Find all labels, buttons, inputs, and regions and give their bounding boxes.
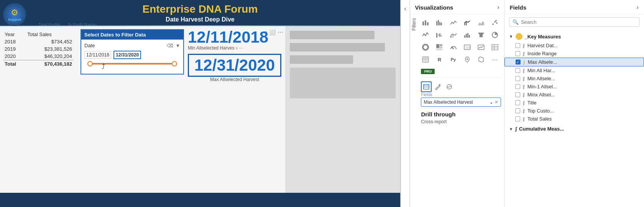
sales-2018: $734,452 — [26, 38, 74, 45]
collapse-left-button[interactable]: ‹ — [404, 5, 406, 12]
inside-range-checkbox[interactable] — [515, 51, 520, 56]
viz-icon-map[interactable] — [462, 54, 473, 65]
viz-icon-ribbon[interactable] — [448, 30, 459, 40]
date-filter-section: ▿ ⬜ ⋯ Select Dates to Filter Data Date ⌫… — [77, 26, 400, 193]
fields-panel-expand-button[interactable]: › — [637, 4, 639, 11]
viz-icon-pie[interactable] — [490, 30, 500, 40]
min-allsele-checkbox[interactable] — [515, 76, 520, 81]
viz-icon-bar-chart[interactable] — [434, 17, 445, 28]
start-date-input[interactable]: 12/11/2018 — [84, 51, 111, 59]
calc-icon-3: ∫ — [523, 60, 526, 65]
support-label: Support — [8, 18, 21, 22]
field-chevron-icon[interactable]: ⌄ — [490, 100, 493, 105]
tree-item-minx-allsel[interactable]: ∫ Minx Allsel... — [504, 91, 644, 99]
sales-2019: $23,381,526 — [26, 45, 74, 53]
slider-thumb-left[interactable] — [87, 61, 93, 66]
svg-rect-20 — [441, 35, 442, 37]
svg-rect-23 — [464, 35, 465, 38]
tree-item-inside-range[interactable]: ∫ Inside Range — [504, 50, 644, 58]
min-all-har-checkbox[interactable] — [515, 68, 520, 73]
analytics-icon-tab[interactable] — [444, 81, 455, 92]
filter-small-icon: ▿ — [236, 46, 238, 50]
viz-icons-grid: 123 R Py ⋯ — [418, 14, 504, 68]
end-date-input[interactable]: 12/31/2020 — [113, 51, 141, 59]
viz-panel-expand-button[interactable]: › — [497, 4, 499, 11]
viz-icon-card[interactable]: 123 — [462, 42, 473, 53]
pro-row: PRO — [418, 68, 504, 76]
key-measures-chevron-icon: ▼ — [509, 34, 513, 39]
tree-item-min-all-har[interactable]: ∫ Min All Har... — [504, 66, 644, 75]
calc-icon-10: ∫ — [522, 117, 525, 121]
tree-item-min-allsele[interactable]: ∫ Min Allsele... — [504, 75, 644, 83]
cursor-icon: ⤴ — [102, 63, 105, 71]
tree-item-total-sales[interactable]: ∫ Total Sales — [504, 115, 644, 123]
svg-rect-22 — [452, 35, 453, 38]
format-icon-tab[interactable] — [432, 81, 443, 92]
max-allsele-label: Max Allsele... — [528, 59, 639, 65]
field-drop-zone[interactable]: Max Allselected Harvest ⌄ ✕ — [421, 98, 501, 107]
slider-thumb-right[interactable] — [172, 61, 177, 66]
visualizations-panel: Visualizations › Filters — [410, 0, 504, 207]
svg-point-15 — [425, 35, 426, 36]
viz-icon-python[interactable]: Py — [448, 54, 459, 65]
big-date-top-label: Min Allselected Harves ▿ ⋯ — [188, 45, 281, 51]
filter-box: Select Dates to Filter Data Date ⌫ ▼ 12/… — [80, 29, 184, 75]
gear-icon: ⚙ — [11, 8, 18, 18]
pro-icon[interactable]: PRO — [421, 69, 435, 74]
header-area: Total Profits % Profit Margin ⚙ Support … — [0, 0, 400, 25]
fields-icon-tab[interactable] — [421, 81, 432, 92]
viz-icon-combo-chart[interactable] — [462, 17, 473, 28]
harvest-dat-label: Harvest Dat... — [527, 43, 639, 48]
viz-icon-donut[interactable] — [420, 42, 431, 53]
tree-item-top-custo[interactable]: ∫ Top Custo... — [504, 107, 644, 115]
minx-allsel-checkbox[interactable] — [515, 92, 520, 97]
viz-icon-gauge[interactable] — [448, 42, 459, 53]
key-measures-section-header[interactable]: ▼ ■ _Key Measures — [504, 31, 644, 41]
fields-panel-header: Fields › — [504, 0, 644, 14]
field-remove-icon[interactable]: ✕ — [495, 99, 498, 105]
viz-icon-kpi[interactable] — [476, 42, 486, 53]
viz-icon-funnel[interactable] — [476, 30, 486, 40]
logo-circle: ⚙ Support — [3, 3, 26, 26]
tree-item-title[interactable]: ∫ Title — [504, 99, 644, 107]
viz-icon-waterfall[interactable] — [434, 30, 445, 40]
eraser-icon[interactable]: ⌫ — [167, 43, 173, 48]
search-box[interactable]: 🔍 — [509, 17, 639, 27]
viz-icon-stacked-bar[interactable] — [420, 17, 431, 28]
viz-icon-line2[interactable] — [420, 30, 431, 40]
viz-icon-line-chart[interactable] — [448, 17, 459, 28]
harvest-dat-checkbox[interactable] — [515, 43, 520, 48]
cumulative-section-header[interactable]: ▼ ∫ Cumulative Meas... — [504, 124, 644, 133]
tree-item-max-allsele[interactable]: ✓ ∫ Max Allsele... — [504, 58, 644, 66]
viz-icon-table[interactable] — [490, 42, 500, 53]
tree-item-min1-allsel[interactable]: ∫ Min-1 Allsel... — [504, 83, 644, 91]
svg-point-49 — [467, 58, 468, 60]
total-sales-checkbox[interactable] — [515, 116, 520, 121]
title-checkbox[interactable] — [515, 100, 520, 105]
visual-bar-1 — [290, 31, 375, 39]
viz-icon-scatter[interactable] — [490, 17, 500, 28]
table-row: 2018 $734,452 — [3, 38, 74, 45]
filter-label-icons: ⌫ ▼ — [167, 43, 180, 48]
dropdown-icon[interactable]: ▼ — [176, 43, 180, 48]
viz-icon-r-visual[interactable]: R — [434, 54, 445, 65]
viz-icon-matrix[interactable] — [420, 54, 431, 65]
filter-side-text: Filters — [410, 14, 418, 35]
calc-icon-7: ∫ — [522, 93, 525, 97]
max-allsele-checkbox[interactable]: ✓ — [516, 60, 521, 65]
svg-point-10 — [492, 23, 494, 25]
min1-allsel-checkbox[interactable] — [515, 84, 520, 89]
tree-item-harvest-dat[interactable]: ∫ Harvest Dat... — [504, 41, 644, 50]
viz-icon-shape-map[interactable] — [476, 54, 486, 65]
viz-icon-treemap[interactable] — [434, 42, 445, 53]
top-custo-checkbox[interactable] — [515, 108, 520, 113]
big-date-bottom-label: Max Allselected Harvest — [188, 77, 281, 82]
viz-icon-area-chart[interactable] — [476, 17, 486, 28]
svg-rect-31 — [436, 44, 439, 48]
svg-point-11 — [494, 21, 496, 23]
top-custo-label: Top Custo... — [527, 108, 639, 114]
total-value: $70,436,182 — [26, 60, 74, 68]
viz-icon-more[interactable]: ⋯ — [490, 54, 500, 65]
viz-icon-histogram[interactable] — [462, 30, 473, 40]
search-input[interactable] — [521, 19, 636, 25]
